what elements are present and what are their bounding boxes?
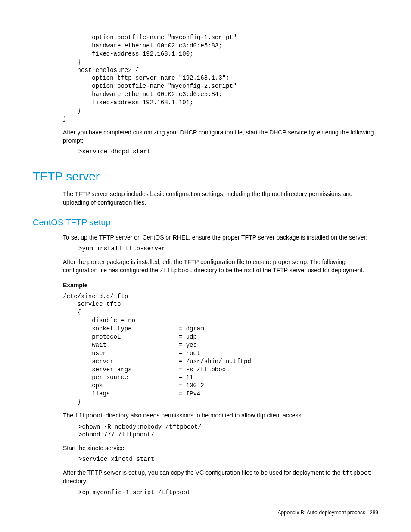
tftp-config-paragraph: After the proper package is installed, e… (63, 258, 378, 275)
dhcp-start-paragraph: After you have completed customizing you… (63, 128, 378, 145)
page-footer: Appendix B: Auto-deployment process 289 (277, 509, 378, 516)
xinetd-start-paragraph: Start the xinetd service: (63, 444, 378, 453)
tftpboot-dir: tftpboot (342, 470, 371, 476)
text-span: The (63, 412, 75, 419)
tftpboot-path: /tftpboot (160, 267, 193, 274)
tftp-install-paragraph: To set up the TFTP server on CentOS or R… (63, 233, 378, 242)
text-span: directory also needs permissions to be m… (104, 412, 303, 419)
tftp-intro-paragraph: The TFTP server setup includes basic con… (63, 190, 378, 207)
page-number: 289 (370, 510, 378, 516)
example-label: Example (63, 281, 378, 290)
permissions-paragraph: The tftpboot directory also needs permis… (63, 411, 378, 420)
centos-tftp-heading: CentOS TFTP setup (33, 216, 378, 228)
copy-config-paragraph: After the TFTP server is set up, you can… (63, 469, 378, 486)
yum-install-command: >yum install tftp-server (78, 245, 378, 253)
dhcp-config-code: option bootfile-name "myconfig-1.script"… (63, 34, 378, 123)
text-span: directory to be the root of the TFTP ser… (193, 267, 364, 274)
cp-command: >cp myconfig-1.script /tftpboot (78, 488, 378, 497)
text-span: After the TFTP server is set up, you can… (63, 469, 342, 476)
chown-chmod-commands: >chown -R nobody:nobody /tftpboot/ >chmo… (78, 423, 378, 439)
text-span: directory: (63, 478, 88, 485)
tftpboot-dir: tftpboot (75, 412, 104, 419)
tftp-server-heading: TFTP server (33, 168, 378, 185)
xinetd-start-command: >service xinetd start (78, 455, 378, 464)
page: option bootfile-name "myconfig-1.script"… (0, 0, 411, 532)
footer-appendix-text: Appendix B: Auto-deployment process (277, 510, 365, 516)
dhcp-start-command: >service dhcpd start (78, 148, 378, 156)
xinetd-config-code: /etc/xinetd.d/tftp service tftp { disabl… (63, 292, 378, 406)
content-area: option bootfile-name "myconfig-1.script"… (63, 34, 378, 497)
